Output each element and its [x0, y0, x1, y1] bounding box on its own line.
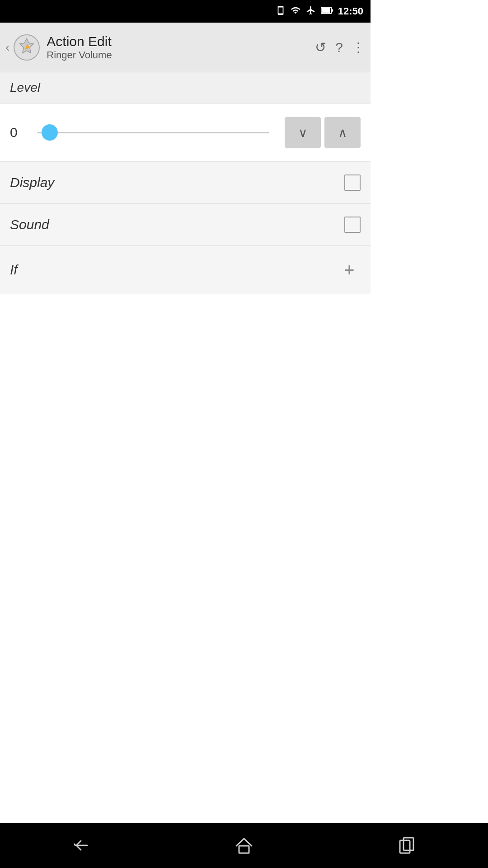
status-time: 12:50 [338, 5, 363, 17]
slider-buttons: ∨ ∧ [285, 117, 361, 148]
sim-icon [276, 5, 286, 18]
back-button[interactable]: ‹ [5, 40, 9, 55]
nav-home-button[interactable] [233, 834, 255, 857]
add-if-button[interactable]: + [338, 259, 361, 281]
level-value: 0 [10, 125, 28, 140]
decrease-button[interactable]: ∨ [285, 117, 321, 148]
app-bar: ‹ Action Edit Ringer Volume ↺ ? ⋮ [0, 23, 371, 72]
if-item[interactable]: If + [0, 246, 371, 294]
content: Level 0 ∨ ∧ Display Sound If + [0, 72, 371, 294]
display-checkbox[interactable] [344, 175, 361, 191]
status-icons: 12:50 [276, 5, 363, 18]
wifi-icon [290, 5, 301, 18]
level-header-text: Level [10, 80, 40, 94]
display-label: Display [10, 175, 54, 190]
if-label: If [10, 262, 18, 278]
svg-rect-4 [239, 846, 249, 853]
display-item[interactable]: Display [0, 162, 371, 204]
increase-button[interactable]: ∧ [324, 117, 361, 148]
svg-rect-1 [322, 8, 330, 13]
nav-back-button[interactable] [70, 834, 93, 857]
level-section: 0 ∨ ∧ [0, 104, 371, 162]
app-bar-titles: Action Edit Ringer Volume [47, 34, 315, 61]
slider-thumb[interactable] [42, 124, 58, 141]
help-button[interactable]: ? [335, 40, 343, 55]
overflow-button[interactable]: ⋮ [352, 40, 365, 55]
airplane-icon [305, 5, 316, 18]
app-bar-title: Action Edit [47, 34, 315, 49]
sound-label: Sound [10, 217, 49, 232]
slider-track [37, 132, 269, 133]
nav-bar [0, 823, 371, 868]
status-bar: 12:50 [0, 0, 371, 23]
svg-rect-2 [331, 9, 333, 11]
app-icon [13, 34, 40, 61]
slider-container[interactable] [37, 123, 269, 142]
refresh-button[interactable]: ↺ [315, 39, 326, 55]
battery-icon [321, 5, 333, 18]
level-section-header: Level [0, 72, 371, 104]
sound-item[interactable]: Sound [0, 204, 371, 246]
app-bar-subtitle: Ringer Volume [47, 49, 315, 61]
app-bar-actions: ↺ ? ⋮ [315, 39, 365, 55]
sound-checkbox[interactable] [344, 217, 361, 233]
